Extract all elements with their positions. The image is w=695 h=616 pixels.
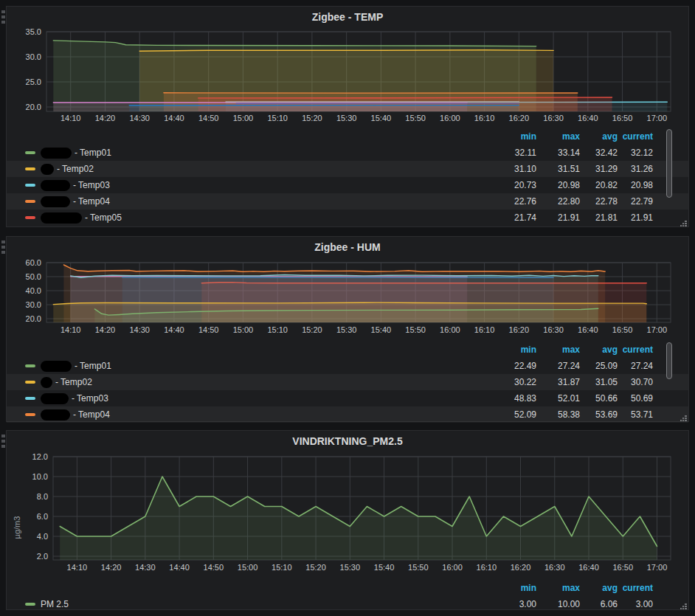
panel-title[interactable]: VINDRIKTNING_PM2.5 bbox=[7, 431, 688, 451]
x-tick-label: 16:20 bbox=[511, 563, 531, 572]
legend-col-header-current[interactable]: current bbox=[618, 345, 653, 355]
legend-col-header-avg[interactable]: avg bbox=[580, 131, 618, 142]
legend-scrollbar[interactable] bbox=[666, 342, 672, 419]
chart-canvas[interactable]: 2.04.06.08.010.012.014:1014:2014:3014:40… bbox=[7, 451, 688, 578]
legend-row: - Temp0320.7320.9820.8220.98 bbox=[7, 177, 688, 193]
panel-drag-handle-icon[interactable] bbox=[1, 10, 5, 26]
legend-value-min: 30.22 bbox=[489, 377, 536, 387]
legend-series-label[interactable]: - Temp04 bbox=[25, 409, 489, 421]
legend-value-avg: 31.05 bbox=[580, 377, 618, 387]
redacted-series-name bbox=[41, 409, 70, 421]
legend-value-current: 32.12 bbox=[618, 148, 653, 158]
legend-col-header-current[interactable]: current bbox=[618, 131, 653, 142]
panel-resize-handle-icon[interactable] bbox=[680, 601, 688, 609]
series-label-text: - Temp04 bbox=[73, 409, 110, 420]
legend-series-label[interactable]: - Temp03 bbox=[25, 393, 489, 404]
x-tick-label: 16:50 bbox=[612, 563, 633, 572]
legend-scrollbar-thumb[interactable] bbox=[666, 342, 672, 379]
panel-resize-handle-icon[interactable] bbox=[680, 218, 688, 226]
pm25-chart[interactable]: µg/m3 2.04.06.08.010.012.014:1014:2014:3… bbox=[7, 451, 688, 578]
legend-value-current: 27.24 bbox=[618, 361, 653, 371]
legend-row: PM 2.53.0010.006.063.00 bbox=[7, 596, 688, 612]
panel-vindriktning-pm25: VINDRIKTNING_PM2.5 µg/m3 2.04.06.08.010.… bbox=[6, 430, 689, 610]
x-tick-label: 15:30 bbox=[336, 114, 357, 122]
x-tick-label: 15:00 bbox=[238, 563, 258, 572]
x-tick-label: 15:30 bbox=[340, 563, 361, 572]
hum-chart[interactable]: 20.030.040.050.060.014:1014:2014:3014:40… bbox=[7, 257, 688, 340]
series-area-unlabeled-blue bbox=[129, 105, 519, 111]
x-tick-label: 14:50 bbox=[204, 563, 224, 572]
legend-value-min: 31.10 bbox=[489, 164, 536, 174]
legend-value-min: 22.76 bbox=[489, 196, 536, 207]
legend-series-label[interactable]: - Temp02 bbox=[25, 164, 489, 175]
legend-col-header-max[interactable]: max bbox=[536, 583, 580, 593]
y-tick-label: 30.0 bbox=[26, 52, 41, 61]
x-tick-label: 15:10 bbox=[267, 325, 288, 334]
x-tick-label: 15:40 bbox=[374, 563, 395, 572]
chart-canvas[interactable]: 20.030.040.050.060.014:1014:2014:3014:40… bbox=[7, 257, 688, 340]
legend-row: - Temp0132.1133.1432.4232.12 bbox=[7, 145, 688, 161]
legend-series-label[interactable]: - Temp01 bbox=[25, 148, 489, 159]
pm25-legend: minmaxavgcurrentPM 2.53.0010.006.063.00 bbox=[7, 578, 688, 612]
series-line-Temp04 bbox=[63, 265, 605, 271]
legend-value-avg: 53.69 bbox=[580, 409, 618, 420]
legend-value-max: 21.91 bbox=[536, 212, 580, 223]
temp-chart[interactable]: 20.025.030.035.014:1014:2014:3014:4014:5… bbox=[7, 27, 688, 127]
x-tick-label: 16:50 bbox=[612, 114, 633, 122]
chart-canvas[interactable]: 20.025.030.035.014:1014:2014:3014:4014:5… bbox=[7, 27, 688, 127]
legend-value-max: 31.87 bbox=[536, 377, 580, 387]
x-tick-label: 14:20 bbox=[95, 325, 116, 334]
legend-col-header-max[interactable]: max bbox=[536, 131, 580, 142]
legend-series-label[interactable]: - Temp04 bbox=[25, 196, 489, 207]
legend-scrollbar[interactable] bbox=[666, 129, 672, 222]
x-tick-label: 16:00 bbox=[442, 563, 463, 572]
legend-scrollbar-thumb[interactable] bbox=[666, 129, 672, 198]
panel-drag-handle-icon[interactable] bbox=[1, 435, 5, 450]
legend-col-header-current[interactable]: current bbox=[618, 583, 653, 593]
legend-series-label[interactable]: - Temp02 bbox=[25, 377, 489, 388]
panel-title[interactable]: Zigbee - HUM bbox=[7, 237, 688, 257]
legend-col-header-min[interactable]: min bbox=[489, 131, 536, 142]
legend-value-max: 20.98 bbox=[536, 180, 580, 190]
series-label-text: - Temp01 bbox=[75, 148, 111, 158]
panel-resize-handle-icon[interactable] bbox=[680, 412, 688, 421]
x-tick-label: 14:10 bbox=[60, 325, 81, 334]
x-tick-label: 14:40 bbox=[164, 325, 184, 334]
legend-col-header-avg[interactable]: avg bbox=[580, 345, 618, 355]
legend-col-header-avg[interactable]: avg bbox=[580, 583, 618, 593]
x-tick-label: 16:30 bbox=[544, 563, 565, 572]
legend-value-min: 22.49 bbox=[489, 361, 536, 371]
x-tick-label: 15:50 bbox=[405, 114, 426, 122]
x-tick-label: 14:10 bbox=[60, 114, 81, 122]
legend-value-avg: 6.06 bbox=[580, 599, 618, 609]
x-tick-label: 14:30 bbox=[129, 114, 150, 122]
legend-col-header-min[interactable]: min bbox=[489, 583, 536, 593]
legend-series-label[interactable]: PM 2.5 bbox=[25, 599, 489, 609]
x-tick-label: 16:30 bbox=[543, 114, 564, 122]
legend-row: - Temp0521.7421.9121.8121.91 bbox=[7, 210, 688, 226]
x-tick-label: 17:00 bbox=[647, 114, 668, 122]
series-label-text: - Temp03 bbox=[73, 180, 110, 190]
panel-title[interactable]: Zigbee - TEMP bbox=[7, 7, 688, 27]
legend-value-avg: 20.82 bbox=[580, 180, 618, 190]
x-tick-label: 15:20 bbox=[302, 114, 322, 122]
legend-col-header-max[interactable]: max bbox=[536, 345, 580, 355]
legend-value-current: 31.26 bbox=[618, 164, 653, 174]
x-tick-label: 15:20 bbox=[305, 563, 326, 572]
series-color-swatch-icon bbox=[25, 200, 35, 203]
y-tick-label: 25.0 bbox=[26, 77, 41, 86]
legend-series-label[interactable]: - Temp03 bbox=[25, 180, 489, 191]
series-color-swatch-icon bbox=[25, 413, 35, 416]
x-tick-label: 15:50 bbox=[405, 325, 426, 334]
legend-row: - Temp0452.0958.3853.6953.71 bbox=[7, 406, 688, 423]
legend-series-label[interactable]: - Temp05 bbox=[25, 212, 489, 224]
y-axis-label: µg/m3 bbox=[13, 498, 21, 557]
legend-series-label[interactable]: - Temp01 bbox=[25, 361, 489, 372]
legend-row: - Temp0348.8352.0150.6650.69 bbox=[7, 390, 688, 406]
series-color-swatch-icon bbox=[25, 364, 35, 367]
legend-col-header-min[interactable]: min bbox=[489, 345, 536, 355]
panel-drag-handle-icon[interactable] bbox=[1, 240, 5, 256]
hum-legend: minmaxavgcurrent- Temp0122.4927.2425.092… bbox=[7, 340, 688, 423]
redacted-series-name bbox=[41, 212, 82, 224]
temp-legend: minmaxavgcurrent- Temp0132.1133.1432.423… bbox=[7, 127, 688, 226]
